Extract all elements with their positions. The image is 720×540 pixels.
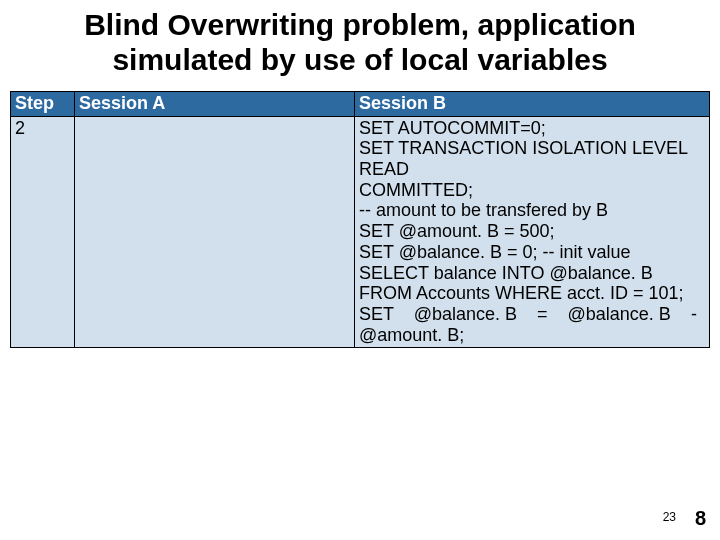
title-line-1: Blind Overwriting problem, application bbox=[84, 8, 636, 41]
col-session-a-header: Session A bbox=[75, 92, 355, 117]
code-line: SET AUTOCOMMIT=0; bbox=[359, 118, 705, 139]
table-header-row: Step Session A Session B bbox=[11, 92, 710, 117]
slide: Blind Overwriting problem, application s… bbox=[0, 0, 720, 540]
code-line: SET @balance. B = @balance. B - bbox=[359, 304, 705, 325]
code-line: -- amount to be transfered by B bbox=[359, 200, 705, 221]
inner-slide-number: 23 bbox=[663, 510, 676, 524]
code-line: COMMITTED; bbox=[359, 180, 705, 201]
col-session-b-header: Session B bbox=[355, 92, 710, 117]
code-line: FROM Accounts WHERE acct. ID = 101; bbox=[359, 283, 705, 304]
table-row: 2 SET AUTOCOMMIT=0; SET TRANSACTION ISOL… bbox=[11, 116, 710, 348]
code-line: SET @balance. B = 0; -- init value bbox=[359, 242, 705, 263]
title-line-2: simulated by use of local variables bbox=[112, 43, 607, 76]
session-b-code: SET AUTOCOMMIT=0; SET TRANSACTION ISOLAT… bbox=[359, 118, 705, 346]
cell-session-a bbox=[75, 116, 355, 348]
slide-title: Blind Overwriting problem, application s… bbox=[0, 0, 720, 83]
code-line: SELECT balance INTO @balance. B bbox=[359, 263, 705, 284]
code-line: SET TRANSACTION ISOLATION LEVEL bbox=[359, 138, 705, 159]
cell-step: 2 bbox=[11, 116, 75, 348]
table-container: Step Session A Session B 2 SET AUTOCOMMI… bbox=[10, 91, 710, 348]
page-number: 8 bbox=[695, 507, 706, 530]
cell-session-b: SET AUTOCOMMIT=0; SET TRANSACTION ISOLAT… bbox=[355, 116, 710, 348]
code-line: SET @amount. B = 500; bbox=[359, 221, 705, 242]
code-line: @amount. B; bbox=[359, 325, 705, 346]
sessions-table: Step Session A Session B 2 SET AUTOCOMMI… bbox=[10, 91, 710, 348]
code-line: READ bbox=[359, 159, 705, 180]
col-step-header: Step bbox=[11, 92, 75, 117]
